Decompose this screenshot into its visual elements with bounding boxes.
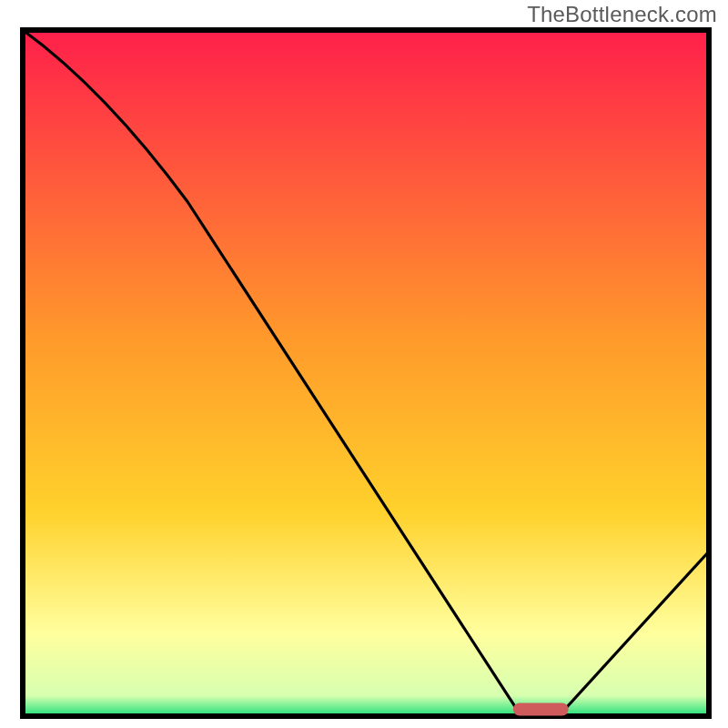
chart-root: TheBottleneck.com — [0, 0, 728, 728]
chart-plot-area — [20, 27, 712, 719]
attribution-text: TheBottleneck.com — [527, 2, 717, 27]
optimal-marker — [513, 703, 569, 715]
chart-svg — [20, 27, 712, 719]
heat-gradient-background — [23, 30, 709, 716]
